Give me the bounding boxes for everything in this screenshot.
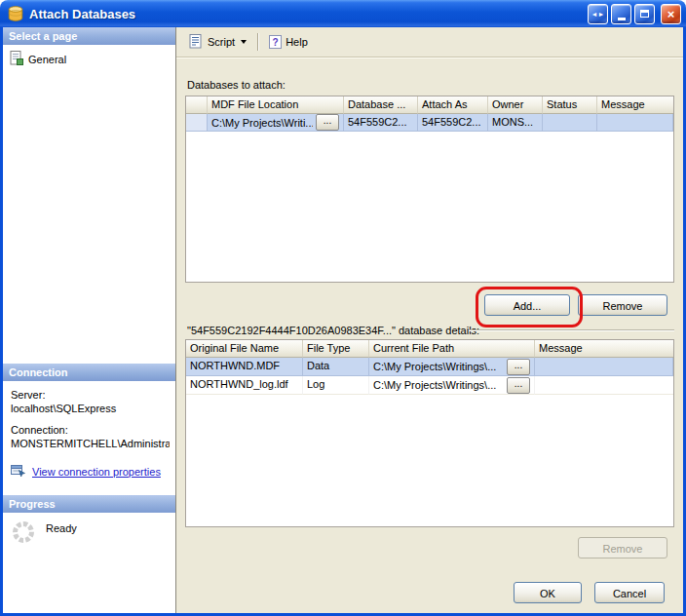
progress-section: Progress Ready	[3, 495, 175, 554]
add-button[interactable]: Add...	[484, 294, 570, 316]
column-header-message[interactable]: Message	[535, 340, 673, 358]
column-header-attach-as[interactable]: Attach As	[418, 96, 488, 114]
maximize-button[interactable]	[634, 4, 655, 24]
progress-status: Ready	[46, 520, 77, 534]
databases-to-attach-label: Databases to attach:	[187, 79, 286, 91]
details-table-header: Original File Name File Type Current Fil…	[186, 340, 673, 358]
connection-properties-icon	[11, 463, 26, 481]
original-file-name-cell: NORTHWND_log.ldf	[186, 376, 303, 395]
column-header-message[interactable]: Message	[597, 96, 673, 114]
select-a-page-header: Select a page	[3, 27, 175, 45]
sidebar-item-label: General	[28, 54, 66, 65]
database-details-label: "54F559C2192F4444F10D26A0983E34F..." dat…	[187, 325, 479, 336]
title-bar: Attach Databases ◄► ×	[0, 0, 686, 27]
table-row[interactable]: NORTHWND.MDF Data C:\My Projects\Writing…	[186, 358, 673, 376]
database-window-icon[interactable]	[7, 5, 24, 22]
connection-section: Connection Server: localhost\SQLExpress …	[3, 364, 175, 481]
toolbar-separator	[257, 33, 258, 51]
column-header-database-name[interactable]: Database ...	[344, 96, 418, 114]
message-cell	[535, 376, 673, 395]
connection-value: MONSTERMITCHELL\Administra	[11, 437, 170, 450]
current-file-path-cell: C:\My Projects\Writings\... ...	[369, 376, 535, 395]
server-label: Server:	[11, 388, 170, 402]
browse-log-path-button[interactable]: ...	[507, 377, 530, 394]
cancel-button[interactable]: Cancel	[594, 582, 665, 603]
attach-as-cell: 54F559C2...	[418, 114, 488, 132]
connection-header: Connection	[3, 364, 175, 381]
table-row[interactable]: C:\My Projects\Writi... ... 54F559C2... …	[186, 114, 673, 132]
dock-button[interactable]: ◄►	[588, 4, 608, 24]
progress-spinner-icon	[11, 520, 36, 547]
minimize-icon	[618, 18, 626, 20]
database-name-cell: 54F559C2...	[344, 114, 418, 132]
current-file-path-value: C:\My Projects\Writings\...	[373, 379, 496, 391]
progress-header: Progress	[3, 495, 175, 513]
maximize-icon	[640, 10, 649, 18]
details-separator-line	[469, 329, 674, 331]
column-header-owner[interactable]: Owner	[488, 96, 543, 114]
attach-databases-table: MDF File Location Database ... Attach As…	[185, 96, 674, 283]
help-icon: ?	[269, 35, 282, 49]
server-value: localhost\SQLExpress	[11, 402, 170, 415]
attach-table-header: MDF File Location Database ... Attach As…	[186, 96, 673, 114]
ok-button[interactable]: OK	[514, 582, 582, 603]
mdf-file-location-value: C:\My Projects\Writi...	[211, 117, 313, 129]
table-row[interactable]: NORTHWND_log.ldf Log C:\My Projects\Writ…	[186, 376, 673, 395]
help-label: Help	[286, 36, 308, 48]
close-icon: ×	[667, 7, 675, 21]
connection-label: Connection:	[11, 423, 170, 437]
database-details-table: Original File Name File Type Current Fil…	[185, 339, 674, 527]
browse-data-path-button[interactable]: ...	[507, 359, 530, 375]
owner-cell: MONS...	[488, 114, 543, 132]
minimize-button[interactable]	[611, 4, 631, 24]
column-header-original-file-name[interactable]: Original File Name	[186, 340, 303, 358]
close-button[interactable]: ×	[661, 4, 681, 24]
script-icon	[189, 34, 204, 51]
remove-button[interactable]: Remove	[578, 294, 667, 316]
current-file-path-cell: C:\My Projects\Writings\... ...	[369, 358, 535, 376]
window-controls: ◄► ×	[585, 4, 681, 24]
column-header-current-file-path[interactable]: Current File Path	[369, 340, 535, 358]
column-header-file-type[interactable]: File Type	[303, 340, 369, 358]
column-header-row-selector[interactable]	[186, 96, 208, 114]
attach-databases-window: Attach Databases ◄► × Select a page	[0, 0, 686, 616]
sidebar-item-general[interactable]: General	[10, 51, 66, 67]
current-file-path-value: C:\My Projects\Writings\...	[373, 361, 496, 372]
row-selector-cell[interactable]	[186, 114, 208, 132]
original-file-name-cell: NORTHWND.MDF	[186, 358, 303, 376]
window-body: Select a page General Connection Serv	[0, 27, 686, 616]
main-panel: Script ? Help Databases to attach: MDF F…	[176, 27, 683, 613]
general-page-icon	[10, 51, 23, 67]
details-remove-button[interactable]: Remove	[578, 537, 667, 558]
script-label: Script	[208, 36, 235, 48]
help-button[interactable]: ? Help	[264, 32, 313, 52]
column-header-mdf-file-location[interactable]: MDF File Location	[208, 96, 344, 114]
status-cell	[543, 114, 597, 132]
browse-mdf-button[interactable]: ...	[316, 114, 339, 131]
message-cell	[597, 114, 673, 132]
message-cell	[535, 358, 673, 376]
script-button[interactable]: Script	[184, 31, 251, 54]
window-title: Attach Databases	[29, 7, 585, 21]
column-header-status[interactable]: Status	[543, 96, 597, 114]
file-type-cell: Data	[303, 358, 369, 376]
toolbar: Script ? Help	[176, 27, 683, 58]
dock-arrows-icon: ◄►	[591, 11, 605, 18]
view-connection-properties-link[interactable]: View connection properties	[32, 465, 161, 479]
chevron-down-icon	[241, 40, 247, 44]
sidebar: Select a page General Connection Serv	[3, 27, 176, 613]
file-type-cell: Log	[303, 376, 369, 395]
mdf-file-location-cell: C:\My Projects\Writi... ...	[208, 114, 344, 132]
